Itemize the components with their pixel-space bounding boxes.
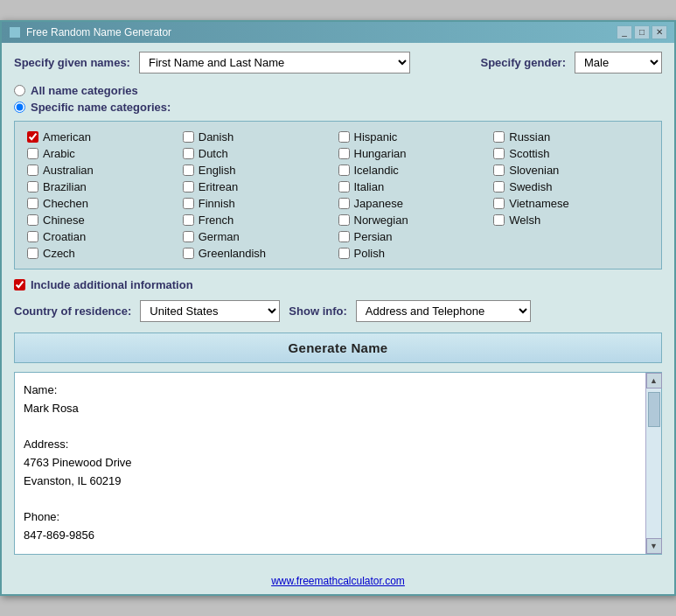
category-label-greenlandish: Greenlandish	[199, 247, 266, 260]
scroll-up-button[interactable]: ▲	[646, 373, 662, 388]
show-info-select[interactable]: Address and TelephoneAddress OnlyTelepho…	[356, 300, 531, 322]
list-item: Danish	[183, 130, 338, 144]
minimize-button[interactable]: _	[617, 25, 632, 39]
category-label-croatian: Croatian	[43, 230, 86, 243]
list-item: Czech	[27, 247, 183, 260]
country-select[interactable]: United StatesCanadaUnited KingdomAustral…	[140, 300, 280, 322]
category-checkbox-chechen[interactable]	[27, 198, 38, 209]
scroll-down-button[interactable]: ▼	[646, 538, 662, 554]
content-area: Specify given names: First Name and Last…	[2, 43, 674, 567]
category-checkbox-persian[interactable]	[338, 231, 350, 242]
category-checkbox-australian[interactable]	[27, 164, 38, 176]
generate-name-button[interactable]: Generate Name	[14, 332, 662, 363]
category-checkbox-welsh[interactable]	[493, 214, 505, 226]
category-checkbox-japanese[interactable]	[338, 198, 350, 209]
category-checkbox-vietnamese[interactable]	[493, 198, 505, 209]
list-item: Dutch	[183, 147, 338, 160]
category-checkbox-arabic[interactable]	[27, 148, 38, 159]
footer-link[interactable]: www.freemathcalculator.com	[271, 575, 405, 587]
category-checkbox-french[interactable]	[183, 214, 194, 226]
category-checkbox-hungarian[interactable]	[338, 148, 350, 159]
list-item: Brazilian	[27, 180, 183, 193]
list-item: Welsh	[493, 214, 649, 227]
categories-box: AmericanDanishHispanicRussianArabicDutch…	[14, 121, 662, 270]
list-item: Finnish	[183, 197, 338, 210]
category-label-eritrean: Eritrean	[199, 180, 239, 193]
country-row: Country of residence: United StatesCanad…	[14, 300, 662, 322]
category-checkbox-brazilian[interactable]	[27, 181, 38, 192]
list-item: Slovenian	[493, 164, 649, 177]
title-bar-controls: _ □ ✕	[617, 25, 667, 39]
category-checkbox-finnish[interactable]	[183, 198, 194, 209]
radio-all-label: All name categories	[31, 84, 138, 97]
scrollbar-track	[646, 388, 661, 538]
radio-specific-label: Specific name categories:	[31, 101, 171, 114]
list-item: Scottish	[493, 147, 649, 160]
category-checkbox-greenlandish[interactable]	[183, 248, 194, 259]
category-checkbox-italian[interactable]	[338, 181, 350, 192]
category-checkbox-scottish[interactable]	[493, 148, 505, 159]
category-label-american: American	[43, 130, 91, 144]
list-item: Hispanic	[338, 130, 494, 144]
category-checkbox-american[interactable]	[27, 131, 38, 143]
category-label-persian: Persian	[354, 230, 393, 243]
category-checkbox-slovenian[interactable]	[493, 164, 505, 176]
radio-specific[interactable]	[14, 102, 25, 113]
list-item: Swedish	[493, 180, 649, 193]
list-item: Eritrean	[183, 180, 338, 193]
category-checkbox-dutch[interactable]	[183, 148, 194, 159]
category-label-hispanic: Hispanic	[354, 130, 398, 144]
category-label-german: German	[199, 230, 240, 243]
list-item: Icelandic	[338, 164, 494, 177]
categories-grid: AmericanDanishHispanicRussianArabicDutch…	[27, 130, 649, 260]
close-button[interactable]: ✕	[652, 25, 667, 39]
list-item: Polish	[338, 247, 494, 260]
category-label-scottish: Scottish	[509, 147, 549, 160]
main-window: Free Random Name Generator _ □ ✕ Specify…	[0, 20, 676, 596]
category-checkbox-polish[interactable]	[338, 248, 350, 259]
category-checkbox-norwegian[interactable]	[338, 214, 350, 226]
maximize-button[interactable]: □	[634, 25, 650, 39]
category-checkbox-icelandic[interactable]	[338, 164, 350, 176]
category-checkbox-swedish[interactable]	[493, 181, 505, 192]
list-item: English	[183, 164, 338, 177]
radio-all[interactable]	[14, 85, 25, 96]
gender-select[interactable]: MaleFemale	[575, 52, 662, 74]
category-label-russian: Russian	[509, 130, 550, 144]
list-item: Japanese	[338, 197, 494, 210]
category-checkbox-croatian[interactable]	[27, 231, 38, 242]
category-label-dutch: Dutch	[199, 147, 228, 160]
category-checkbox-eritrean[interactable]	[183, 181, 194, 192]
list-item: Arabic	[27, 147, 183, 160]
category-radio-group: All name categories Specific name catego…	[14, 84, 662, 114]
category-checkbox-czech[interactable]	[27, 248, 38, 259]
include-info-checkbox[interactable]	[14, 279, 25, 290]
list-item: Chechen	[27, 197, 183, 210]
category-checkbox-german[interactable]	[183, 231, 194, 242]
category-label-vietnamese: Vietnamese	[509, 197, 568, 210]
category-checkbox-hispanic[interactable]	[338, 131, 350, 143]
category-label-australian: Australian	[43, 164, 94, 177]
output-text: Name: Mark Rosa Address: 4763 Pinewood D…	[15, 373, 661, 554]
show-info-label: Show info:	[289, 304, 346, 318]
scrollbar-thumb[interactable]	[648, 392, 660, 427]
app-icon	[9, 26, 21, 38]
include-info-label: Include additional information	[31, 278, 193, 291]
list-item: Norwegian	[338, 214, 494, 227]
category-label-chinese: Chinese	[43, 214, 85, 227]
category-checkbox-russian[interactable]	[493, 131, 505, 143]
specify-given-names-label: Specify given names:	[14, 56, 130, 69]
category-label-italian: Italian	[354, 180, 385, 193]
include-info-row: Include additional information	[14, 278, 662, 291]
list-item: Australian	[27, 164, 183, 177]
given-names-select[interactable]: First Name and Last NameFirst Name OnlyL…	[139, 52, 410, 74]
category-checkbox-chinese[interactable]	[27, 214, 38, 226]
category-checkbox-danish[interactable]	[183, 131, 194, 143]
list-item: Persian	[338, 230, 494, 243]
category-label-danish: Danish	[199, 130, 233, 144]
list-item: Russian	[493, 130, 649, 144]
category-checkbox-english[interactable]	[183, 164, 194, 176]
list-item: American	[27, 130, 183, 144]
list-item: Greenlandish	[183, 247, 338, 260]
scrollbar: ▲ ▼	[645, 373, 661, 554]
